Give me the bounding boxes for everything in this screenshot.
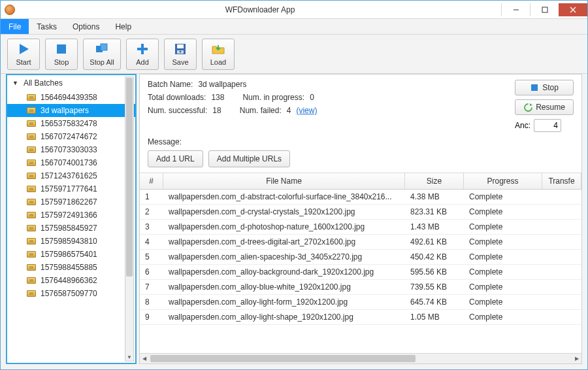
table-row[interactable]: 1wallpapersden.com_d-abstract-colorful-s…	[140, 190, 581, 205]
batch-item[interactable]: 1575986575401	[7, 248, 135, 261]
total-value: 138	[211, 93, 224, 102]
message-label: Message:	[148, 137, 182, 146]
inprogress-label: Num. in progress:	[242, 93, 304, 102]
table-row[interactable]: 4wallpapersden.com_d-trees-digital-art_2…	[140, 235, 581, 250]
cell-transfer	[542, 235, 581, 249]
play-icon	[16, 42, 31, 56]
table-header: # File Name Size Progress Transfe	[140, 173, 581, 190]
cell-transfer	[542, 295, 581, 309]
batch-item[interactable]: 1575971777641	[7, 182, 135, 195]
anc-input[interactable]	[534, 119, 561, 132]
menu-options[interactable]: Options	[65, 19, 107, 34]
menu-tasks[interactable]: Tasks	[29, 19, 65, 34]
resume-button[interactable]: Resume	[515, 99, 574, 115]
add-label: Add	[136, 58, 149, 66]
table-row[interactable]: 5wallpapersden.com_alien-spaceship-3d_34…	[140, 250, 581, 265]
stopall-button[interactable]: Stop All	[83, 39, 121, 70]
batch-item[interactable]: 1565375832478	[7, 117, 135, 130]
success-label: Num. successful:	[148, 106, 207, 115]
tree-root[interactable]: ▼ All Batches	[7, 75, 135, 91]
batch-item[interactable]: 1567074001736	[7, 156, 135, 169]
titlebar: WFDownloader App	[1, 1, 587, 19]
menubar: FileTasksOptionsHelp	[1, 19, 587, 35]
batch-item[interactable]: 1571243761625	[7, 169, 135, 182]
table-row[interactable]: 8wallpapersden.com_alloy-light-form_1920…	[140, 295, 581, 310]
cell-size: 595.56 KB	[405, 265, 464, 279]
cell-transfer	[542, 220, 581, 234]
table-row[interactable]: 7wallpapersden.com_alloy-blue-white_1920…	[140, 280, 581, 295]
scroll-thumb[interactable]	[126, 78, 133, 277]
batch-item[interactable]: 1575985845927	[7, 222, 135, 235]
batch-item[interactable]: 1576448966362	[7, 274, 135, 287]
add-one-url-button[interactable]: Add 1 URL	[148, 150, 203, 167]
batch-item[interactable]: 1567073303033	[7, 143, 135, 156]
batch-item[interactable]: 1564694439358	[7, 91, 135, 104]
sidebar-scrollbar[interactable]: ▲ ▼	[125, 76, 134, 362]
success-value: 18	[212, 106, 221, 115]
close-button[interactable]	[559, 3, 587, 16]
table-row[interactable]: 9wallpapersden.com_alloy-light-shape_192…	[140, 310, 581, 325]
cell-filename: wallpapersden.com_d-photoshop-nature_160…	[163, 220, 405, 234]
cell-size: 4.38 MB	[405, 190, 464, 204]
cell-transfer	[542, 205, 581, 219]
cell-progress: Complete	[464, 280, 542, 294]
batch-item[interactable]: 1575972491366	[7, 209, 135, 222]
failed-value: 4	[287, 106, 291, 115]
batch-label: 1576587509770	[41, 289, 97, 298]
batch-icon	[27, 94, 36, 101]
batch-stop-button[interactable]: Stop	[515, 80, 574, 95]
batch-icon	[27, 133, 36, 140]
add-multiple-urls-button[interactable]: Add Multiple URLs	[208, 150, 290, 167]
batch-icon	[27, 146, 36, 153]
cell-size: 823.31 KB	[405, 205, 464, 219]
batch-item[interactable]: 3d wallpapers	[7, 104, 135, 117]
col-size[interactable]: Size	[405, 173, 464, 189]
cell-transfer	[542, 250, 581, 264]
stop-label: Stop	[54, 58, 69, 66]
menu-help[interactable]: Help	[107, 19, 139, 34]
table-hscrollbar[interactable]: ◀ ▶	[140, 353, 581, 363]
cell-size: 492.61 KB	[405, 235, 464, 249]
folder-open-icon	[211, 42, 225, 56]
cell-transfer	[542, 190, 581, 204]
batch-item[interactable]: 1575971862267	[7, 195, 135, 209]
batch-icon	[27, 290, 36, 297]
batch-item[interactable]: 1575985943810	[7, 235, 135, 248]
menu-file[interactable]: File	[1, 19, 29, 34]
batches-tree: ▼ All Batches 15646944393583d wallpapers…	[6, 74, 137, 364]
cell-num: 5	[140, 250, 163, 264]
batch-item[interactable]: 1576587509770	[7, 287, 135, 300]
cell-size: 1.05 MB	[405, 310, 464, 324]
col-number[interactable]: #	[140, 173, 163, 189]
col-transfer[interactable]: Transfe	[542, 173, 581, 189]
table-row[interactable]: 3wallpapersden.com_d-photoshop-nature_16…	[140, 220, 581, 235]
svg-rect-7	[101, 44, 107, 50]
batch-icon	[27, 212, 36, 218]
start-button[interactable]: Start	[7, 39, 40, 70]
load-button[interactable]: Load	[202, 39, 235, 70]
cell-num: 1	[140, 190, 163, 204]
batch-label: 1576448966362	[41, 276, 97, 285]
app-window: WFDownloader App FileTasksOptionsHelp St…	[0, 0, 588, 370]
col-filename[interactable]: File Name	[163, 173, 405, 189]
batch-label: 1575985943810	[41, 237, 97, 246]
view-failed-link[interactable]: (view)	[296, 106, 317, 115]
cell-transfer	[542, 265, 581, 279]
total-label: Total downloads:	[148, 93, 206, 102]
batch-label: 1565375832478	[41, 119, 97, 128]
plus-icon	[135, 42, 150, 56]
batch-item[interactable]: 1575988455885	[7, 261, 135, 274]
stop-button[interactable]: Stop	[45, 39, 78, 70]
maximize-button[interactable]	[530, 3, 559, 16]
table-row[interactable]: 6wallpapersden.com_alloy-background-dark…	[140, 265, 581, 280]
table-row[interactable]: 2wallpapersden.com_d-crystal-crystals_19…	[140, 205, 581, 220]
batch-item[interactable]: 1567072474672	[7, 130, 135, 143]
hscroll-thumb[interactable]	[150, 355, 416, 362]
save-label: Save	[172, 58, 188, 66]
app-icon	[5, 5, 15, 15]
add-button[interactable]: Add	[126, 39, 159, 70]
col-progress[interactable]: Progress	[464, 173, 542, 189]
svg-rect-11	[177, 44, 184, 48]
save-button[interactable]: Save	[164, 39, 197, 70]
minimize-button[interactable]	[501, 3, 530, 16]
